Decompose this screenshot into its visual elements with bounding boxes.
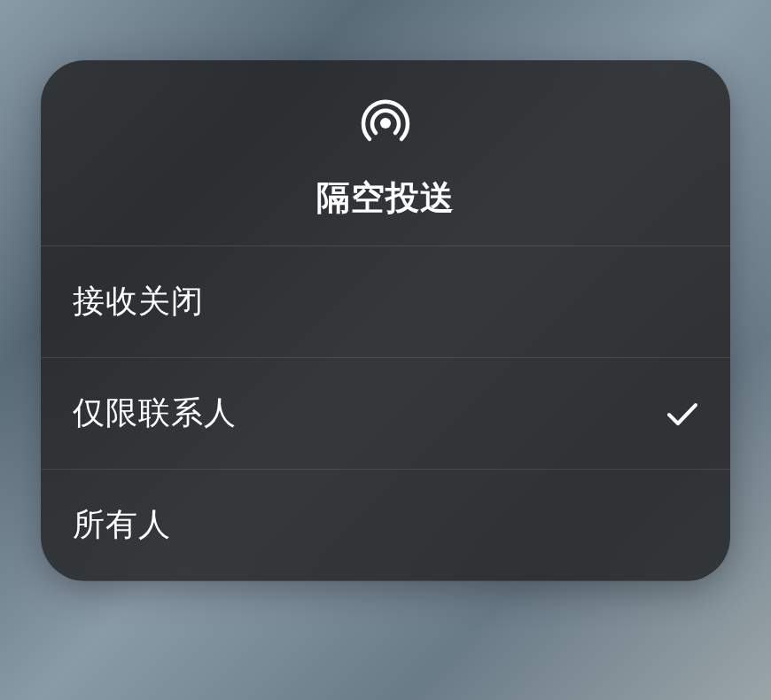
option-label: 接收关闭 — [73, 280, 204, 323]
options-list: 接收关闭 仅限联系人 所有人 — [41, 246, 730, 581]
svg-point-0 — [380, 118, 391, 128]
airdrop-settings-panel: 隔空投送 接收关闭 仅限联系人 所有人 — [41, 60, 730, 581]
option-label: 所有人 — [73, 503, 171, 547]
option-everyone[interactable]: 所有人 — [41, 470, 730, 581]
option-receiving-off[interactable]: 接收关闭 — [41, 246, 730, 358]
option-label: 仅限联系人 — [73, 392, 237, 435]
checkmark-icon — [666, 398, 698, 430]
panel-title: 隔空投送 — [316, 175, 455, 221]
panel-header: 隔空投送 — [41, 60, 730, 246]
airdrop-icon — [358, 96, 413, 151]
option-contacts-only[interactable]: 仅限联系人 — [41, 358, 730, 470]
